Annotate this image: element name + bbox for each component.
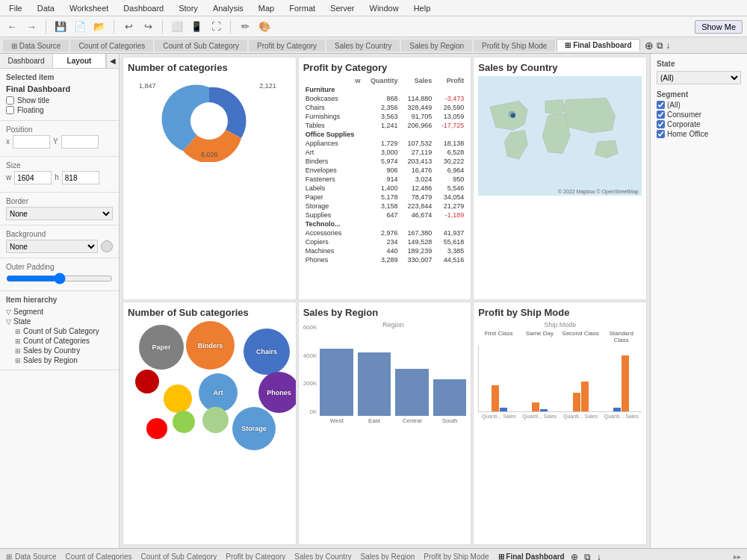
size-label: Size xyxy=(6,161,113,169)
bar-central-label: Central xyxy=(403,417,422,424)
menu-file[interactable]: File xyxy=(6,4,25,13)
row-fasteners: Fasteners xyxy=(303,175,351,184)
w-input[interactable] xyxy=(14,171,52,184)
bar-west-label: West xyxy=(330,417,344,424)
datasource-icon[interactable]: ⊞ xyxy=(6,553,12,560)
scroll-indicator: ▸▸ xyxy=(734,553,741,560)
tab-profit-ship[interactable]: Profit by Ship Mode xyxy=(474,40,555,52)
floating-checkbox[interactable] xyxy=(6,106,14,114)
menu-worksheet[interactable]: Worksheet xyxy=(66,4,111,13)
segment-consumer-checkbox[interactable] xyxy=(657,111,665,119)
toolbar-undo[interactable]: ↩ xyxy=(121,19,136,34)
panel-tab-layout[interactable]: Layout xyxy=(53,54,106,68)
tab-count-sub[interactable]: Count of Sub Category xyxy=(155,40,247,52)
row-appliances: Appliances xyxy=(303,139,351,148)
menu-map[interactable]: Map xyxy=(255,4,277,13)
lbl-stc-sales: Sales xyxy=(625,414,639,419)
bar-west-fill xyxy=(320,349,353,416)
x-input[interactable] xyxy=(13,135,50,149)
outer-padding-slider[interactable] xyxy=(6,273,113,284)
tab-sales-country[interactable]: Sales by Country xyxy=(326,40,400,52)
toolbar-present[interactable]: ⬜ xyxy=(170,19,185,34)
menu-server[interactable]: Server xyxy=(327,4,357,13)
toolbar-color[interactable]: 🎨 xyxy=(257,19,272,34)
menu-help[interactable]: Help xyxy=(411,4,434,13)
group-second-class xyxy=(560,382,601,411)
background-color-swatch[interactable] xyxy=(101,240,113,252)
status-sales-country[interactable]: Sales by Country xyxy=(294,553,351,560)
bar-south: South xyxy=(433,379,467,424)
tab-count-categories[interactable]: Count of Categories xyxy=(70,40,153,52)
tab-final-dashboard[interactable]: ⊞ Final Dashboard xyxy=(557,39,639,52)
row-supplies: Supplies xyxy=(303,211,351,220)
state-filter-select[interactable]: (All) xyxy=(657,71,741,84)
state-icon: ▽ xyxy=(6,318,11,326)
status-profit-cat[interactable]: Profit by Category xyxy=(226,553,285,560)
toolbar-redo[interactable]: ↪ xyxy=(140,19,155,34)
export-tab-button[interactable]: ↓ xyxy=(666,40,671,51)
y-input[interactable] xyxy=(61,135,99,149)
status-count-cat[interactable]: Count of Categories xyxy=(66,553,132,560)
y-400k: 400K xyxy=(303,352,317,359)
menu-window[interactable]: Window xyxy=(367,4,402,13)
menu-analysis[interactable]: Analysis xyxy=(210,4,247,13)
border-select[interactable]: None xyxy=(6,207,113,220)
position-section: Position x Y xyxy=(0,121,119,157)
menu-data[interactable]: Data xyxy=(34,4,58,13)
h-input[interactable] xyxy=(62,171,99,184)
panel-collapse-btn[interactable]: ◀ xyxy=(106,54,119,68)
menu-dashboard[interactable]: Dashboard xyxy=(120,4,167,13)
position-row: x Y xyxy=(6,135,113,149)
status-final-dashboard[interactable]: ⊞ Final Dashboard xyxy=(498,553,565,560)
group-same-day xyxy=(520,402,560,411)
menu-format[interactable]: Format xyxy=(286,4,318,13)
status-export-btn[interactable]: ↓ xyxy=(597,552,601,561)
tab-profit-category[interactable]: Profit by Category xyxy=(249,40,325,52)
status-add-btn[interactable]: ⊕ xyxy=(571,552,578,561)
hierarchy-sales-region[interactable]: ⊞ Sales by Region xyxy=(6,355,113,365)
toolbar-mark[interactable]: ✏ xyxy=(238,19,252,34)
add-tab-button[interactable]: ⊕ xyxy=(645,40,654,52)
segment-all-checkbox[interactable] xyxy=(657,101,665,109)
toolbar-open[interactable]: 📂 xyxy=(92,19,107,34)
donut-chart xyxy=(161,80,258,162)
panel-tab-dashboard[interactable]: Dashboard xyxy=(0,54,53,68)
status-dup-btn[interactable]: ⧉ xyxy=(584,552,591,561)
toolbar-back[interactable]: ← xyxy=(4,19,19,34)
show-me-button[interactable]: Show Me xyxy=(695,20,743,34)
y-axis-labels: 600K 400K 200K 0K xyxy=(303,321,317,426)
bar-stc-sales xyxy=(622,355,629,411)
status-profit-ship[interactable]: Profit by Ship Mode xyxy=(424,553,489,560)
toolbar-fit[interactable]: ⛶ xyxy=(208,19,223,34)
menu-story[interactable]: Story xyxy=(176,4,201,13)
ship-mode-label: Ship Mode xyxy=(478,321,642,329)
hierarchy-segment[interactable]: ▽ Segment xyxy=(6,307,113,317)
tab-sales-region[interactable]: Sales by Region xyxy=(401,40,472,52)
status-sales-region[interactable]: Sales by Region xyxy=(360,553,415,560)
hierarchy-count-cat-label: Count of Categories xyxy=(23,337,90,345)
num-subcategories-title: Number of Sub categories xyxy=(128,307,291,318)
hierarchy-sales-country[interactable]: ⊞ Sales by Country xyxy=(6,346,113,355)
status-bar: ⊞ Data Source Count of Categories Count … xyxy=(0,548,747,560)
background-label: Background xyxy=(6,230,113,238)
toolbar-new[interactable]: 📄 xyxy=(72,19,87,34)
toolbar-device[interactable]: 📱 xyxy=(189,19,204,34)
segment-homeoffice-checkbox[interactable] xyxy=(657,130,665,138)
hierarchy-count-cat[interactable]: ⊞ Count of Categories xyxy=(6,336,113,346)
world-map[interactable]: © 2022 Mapbox © OpenStreetMap xyxy=(478,76,642,196)
duplicate-tab-button[interactable]: ⧉ xyxy=(657,40,663,51)
status-count-sub[interactable]: Count of Sub Category xyxy=(141,553,217,560)
row-binders: Binders xyxy=(303,157,351,166)
show-title-checkbox[interactable] xyxy=(6,96,14,105)
bar-fc-sales xyxy=(500,408,507,411)
datasource-link[interactable]: Data Source xyxy=(15,553,57,560)
toolbar-save[interactable]: 💾 xyxy=(53,19,68,34)
segment-corporate-checkbox[interactable] xyxy=(657,120,665,128)
row-copiers: Copiers xyxy=(303,237,351,246)
panel-tabs: Dashboard Layout ◀ xyxy=(0,54,119,69)
hierarchy-count-sub[interactable]: ⊞ Count of Sub Category xyxy=(6,326,113,336)
hierarchy-state[interactable]: ▽ State xyxy=(6,317,113,326)
toolbar-forward[interactable]: → xyxy=(24,19,39,34)
tab-datasource[interactable]: ⊞ Data Source xyxy=(3,40,69,52)
background-select[interactable]: None xyxy=(6,240,98,253)
